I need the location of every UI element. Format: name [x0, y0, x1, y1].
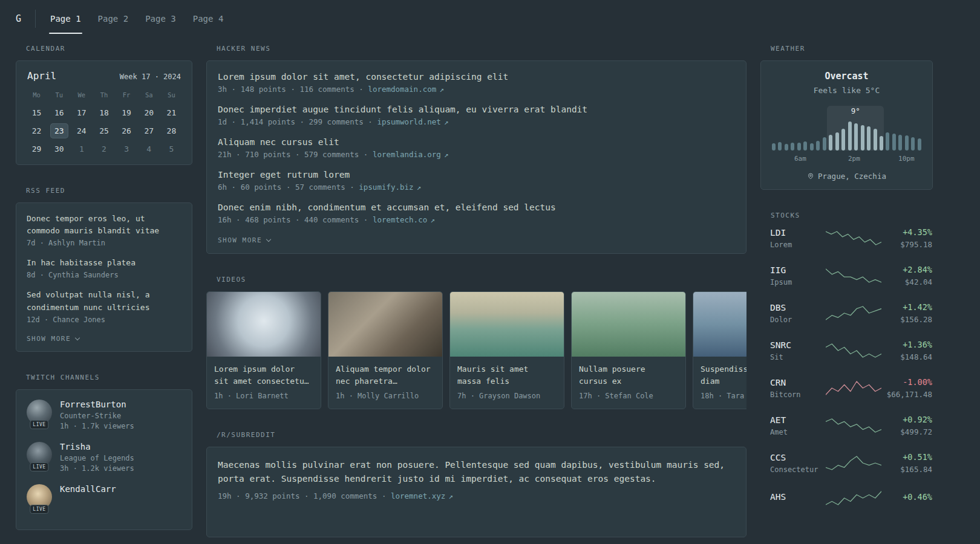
stock-id: CRN Bitcorn: [770, 378, 826, 399]
hn-story-link[interactable]: Donec enim nibh, condimentum et accumsan…: [218, 202, 735, 212]
rss-item-title[interactable]: Donec tempor eros leo, ut commodo mauris…: [27, 213, 181, 237]
calendar-day: 18: [95, 105, 113, 120]
hn-meta-text: 16h · 468 points · 440 comments ·: [218, 215, 373, 224]
middle-column: HACKER NEWS Lorem ipsum dolor sit amet, …: [206, 45, 746, 544]
weather-time-label: 2pm: [848, 155, 860, 163]
twitch-channel[interactable]: LIVE Trisha League of Legends 3h · 1.2k …: [27, 442, 181, 473]
rss-item-title[interactable]: In hac habitasse platea: [27, 257, 181, 269]
video-title: Suspendisse diam: [701, 363, 746, 388]
channel-name[interactable]: Trisha: [60, 442, 134, 452]
calendar-day: 28: [162, 123, 180, 138]
hn-show-more-button[interactable]: SHOW MORE: [218, 236, 270, 244]
video-body: Lorem ipsum dolor sit amet consectetu… 1…: [207, 357, 321, 409]
right-column: WEATHER Overcast Feels like 5°C 9°: [760, 45, 933, 528]
hackernews-card: Lorem ipsum dolor sit amet, consectetur …: [206, 60, 746, 254]
calendar-day: 26: [117, 123, 136, 138]
video-card[interactable]: Nullam posuere cursus ex 17h · Stefan Co…: [571, 291, 686, 409]
calendar-day: 22: [28, 123, 46, 138]
video-meta: 17h · Stefan Cole: [579, 392, 678, 400]
hn-story-link[interactable]: Aliquam nec cursus elit: [218, 137, 735, 147]
video-meta: 7h · Grayson Dawson: [457, 392, 557, 400]
rss-list: Donec tempor eros leo, ut commodo mauris…: [27, 213, 181, 324]
weather-bar: [886, 132, 889, 151]
calendar-day-cell: 25: [93, 123, 115, 138]
weather-bar: [918, 138, 921, 151]
stock-price: $499.72: [885, 427, 932, 436]
channel-name[interactable]: KendallCarr: [60, 484, 116, 494]
hn-domain-link[interactable]: loremlandia.org↗: [373, 150, 448, 159]
stock-values: +1.42% $156.28: [885, 302, 932, 324]
stock-name: Consectetur: [770, 465, 826, 474]
calendar-day: 29: [28, 141, 46, 157]
weather-bar: [816, 141, 820, 151]
rss-show-more-button[interactable]: SHOW MORE: [27, 335, 79, 343]
stock-id: DBS Dolor: [770, 303, 826, 324]
calendar-weekday: Sa: [138, 89, 160, 105]
page-tab[interactable]: Page 1: [49, 0, 82, 37]
hn-item: Aliquam nec cursus elit 21h · 710 points…: [218, 137, 735, 159]
header-divider: [35, 10, 36, 28]
video-card[interactable]: Aliquam tempor dolor nec pharetra… 1h · …: [328, 291, 443, 409]
video-thumbnail: [693, 292, 746, 357]
calendar-day-cell: 21: [160, 105, 183, 120]
stock-sparkline: [826, 342, 881, 359]
rss-widget-title: RSS FEED: [26, 187, 192, 195]
video-thumbnail: [328, 292, 442, 357]
video-title: Mauris sit amet massa felis: [457, 363, 557, 388]
calendar-day-cell: 30: [48, 141, 70, 157]
page-tab[interactable]: Page 4: [192, 0, 225, 37]
hn-story-link[interactable]: Donec imperdiet augue tincidunt felis al…: [218, 105, 735, 114]
avatar-wrap: LIVE: [27, 484, 52, 510]
video-title: Nullam posuere cursus ex: [579, 363, 678, 388]
rss-item-meta: 8d · Cynthia Saunders: [27, 271, 181, 279]
calendar-day-cell: 20: [138, 105, 160, 120]
logo[interactable]: G: [16, 13, 34, 24]
calendar-month: April: [27, 70, 56, 82]
hn-story-meta: 16h · 468 points · 440 comments · loremt…: [218, 215, 735, 224]
weather-bar: [867, 126, 871, 151]
stock-values: +0.46%: [885, 492, 932, 505]
twitch-channel[interactable]: LIVE KendallCarr: [27, 484, 181, 510]
stock-id: AHS: [770, 492, 826, 505]
calendar-day-cell: 17: [70, 105, 93, 120]
weather-time-label: 6am: [794, 155, 806, 163]
hn-domain-link[interactable]: loremtech.co↗: [373, 215, 435, 224]
channel-info: KendallCarr: [60, 484, 116, 496]
avatar-wrap: LIVE: [27, 400, 52, 425]
videos-widget-title: VIDEOS: [217, 276, 746, 283]
video-card[interactable]: Mauris sit amet massa felis 7h · Grayson…: [449, 291, 564, 409]
hn-story-link[interactable]: Lorem ipsum dolor sit amet, consectetur …: [218, 72, 735, 82]
calendar-day-cell: 3: [116, 141, 138, 157]
rss-item-meta: 12d · Chance Jones: [27, 316, 181, 324]
videos-row: Lorem ipsum dolor sit amet consectetu… 1…: [206, 291, 746, 409]
stock-price: $66,171.48: [885, 390, 932, 399]
calendar-day-cell: 16: [48, 105, 70, 120]
rss-item-meta: 7d · Ashlyn Martin: [27, 239, 181, 247]
post-link[interactable]: Maecenas mollis pulvinar erat non posuer…: [218, 458, 735, 486]
rss-item-title[interactable]: Sed volutpat nulla nisl, a condimentum n…: [27, 289, 181, 313]
channel-viewers: 1h · 1.7k viewers: [60, 422, 134, 430]
hn-domain-link[interactable]: ipsumify.biz↗: [359, 183, 421, 192]
video-card[interactable]: Suspendisse diam 18h · Tara: [693, 291, 746, 409]
page-tab[interactable]: Page 3: [144, 0, 177, 37]
chevron-down-icon: [75, 335, 80, 340]
twitch-card: LIVE ForrestBurton Counter-Strike 1h · 1…: [16, 389, 192, 530]
hn-domain-link[interactable]: loremdomain.com↗: [368, 85, 443, 94]
page-tab[interactable]: Page 2: [97, 0, 130, 37]
twitch-channel[interactable]: LIVE ForrestBurton Counter-Strike 1h · 1…: [27, 400, 181, 430]
stock-values: +0.51% $165.84: [885, 452, 932, 474]
video-card[interactable]: Lorem ipsum dolor sit amet consectetu… 1…: [206, 291, 321, 409]
video-meta: 1h · Lori Barnett: [214, 392, 313, 400]
stock-price: $165.84: [885, 465, 932, 474]
hn-story-link[interactable]: Integer eget rutrum lorem: [218, 170, 735, 180]
stock-sparkline: [826, 230, 881, 247]
hn-domain-link[interactable]: ipsumworld.net↗: [377, 117, 448, 126]
calendar-day-cell: 29: [25, 141, 48, 157]
post-domain-link[interactable]: loremnet.xyz↗: [391, 491, 453, 500]
stock-values: +2.84% $42.04: [885, 265, 932, 287]
calendar-day-cell: 23: [48, 123, 70, 138]
stock-id: SNRC Sit: [770, 340, 826, 361]
calendar-day: 23: [50, 123, 68, 138]
hn-meta-text: 21h · 710 points · 579 comments ·: [218, 150, 373, 159]
channel-name[interactable]: ForrestBurton: [60, 400, 134, 409]
